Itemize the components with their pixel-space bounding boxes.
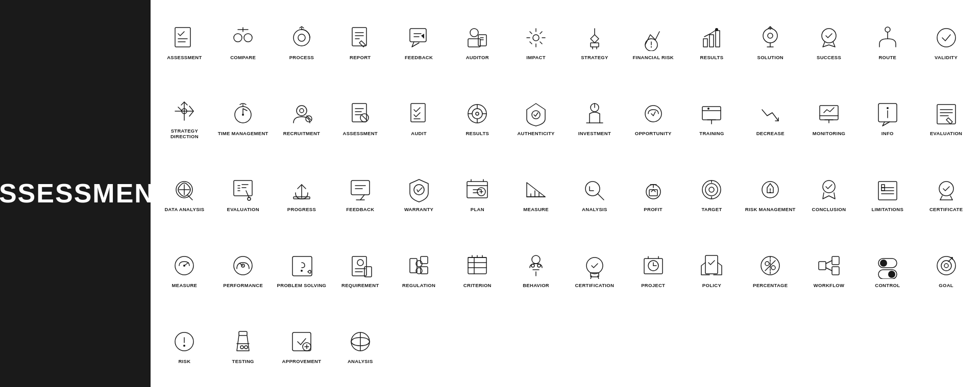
icon-cell-strategy-direction: STRATEGY DIRECTION (156, 80, 213, 155)
certificate-label: CERTIFICATE (929, 207, 963, 212)
regulation-icon (404, 250, 434, 281)
behavior-label: BEHAVIOR (523, 282, 549, 288)
criterion-icon (462, 250, 493, 281)
analysis-label: ANALYSIS (582, 207, 607, 212)
svg-rect-200 (819, 262, 826, 270)
measure2-icon (169, 250, 200, 281)
icon-cell-goal: GOAL (917, 232, 975, 307)
icon-cell-profit: PROFIT (624, 156, 682, 231)
risk-management-icon (755, 174, 786, 205)
svg-line-64 (362, 116, 366, 120)
svg-rect-78 (702, 107, 721, 120)
investment-icon (579, 98, 610, 129)
icon-cell-auditor: AUDITOR (449, 4, 506, 79)
svg-point-112 (414, 185, 424, 195)
svg-rect-219 (292, 332, 311, 351)
report-icon (345, 22, 376, 53)
conclusion-icon (814, 174, 844, 205)
icon-cell-conclusion: CONCLUSION (800, 156, 858, 231)
icon-cell-problem-solving: PROBLEM SOLVING (273, 232, 331, 307)
feedback2-label: FEEDBACK (346, 207, 374, 212)
policy-icon (696, 250, 727, 281)
strategy-direction-label: STRATEGY DIRECTION (157, 128, 212, 140)
svg-point-55 (297, 106, 307, 116)
control-icon (872, 250, 903, 281)
svg-rect-149 (881, 185, 885, 188)
icon-cell-evaluation: EVALUATION (917, 80, 975, 155)
svg-point-198 (765, 262, 769, 266)
requirement-label: REQUIREMENT (341, 282, 379, 288)
icon-cell-results2: RESULTS (449, 80, 506, 155)
workflow-label: WORKFLOW (814, 282, 844, 288)
results-icon (696, 22, 727, 53)
icon-cell-solution: SOLUTION (742, 4, 799, 79)
route-label: ROUTE (878, 55, 896, 60)
investment-label: INVESTMENT (578, 131, 611, 136)
icon-cell-investment: INVESTMENT (566, 80, 623, 155)
icon-cell-strategy: STRATEGY (566, 4, 623, 79)
icon-cell-assessment2: ASSESSMENT (331, 80, 389, 155)
svg-line-27 (530, 32, 532, 34)
percentage-label: PERCENTAGE (753, 282, 788, 288)
results-label: RESULTS (700, 55, 724, 60)
plan-icon (462, 174, 493, 205)
evaluation2-icon (228, 174, 258, 205)
svg-point-151 (939, 182, 953, 196)
measure2-label: MEASURE (172, 282, 198, 288)
svg-point-17 (470, 29, 478, 37)
icon-cell-evaluation2: EVALUATION (214, 156, 272, 231)
svg-point-41 (763, 29, 777, 43)
svg-rect-202 (832, 267, 839, 275)
svg-rect-38 (709, 35, 714, 47)
svg-rect-90 (937, 105, 955, 124)
recruitment-label: RECRUITMENT (283, 131, 320, 136)
evaluation-label: EVALUATION (930, 131, 962, 136)
icon-cell-measure: MEASURE (507, 156, 565, 231)
title-block: ASSESSMENT (0, 0, 151, 387)
testing-icon (228, 326, 258, 357)
certification-icon (579, 250, 610, 281)
time-management-label: TIME MANAGEMENT (218, 131, 268, 136)
icon-cell-success: SUCCESS (800, 4, 858, 79)
icon-cell-risk-management: RISK MANAGEMENT (742, 156, 799, 231)
icon-cell-route: ROUTE (859, 4, 916, 79)
goal-label: GOAL (939, 282, 953, 288)
icons-grid: ASSESSMENTCOMPAREPROCESSREPORTFEEDBACKAU… (151, 0, 980, 387)
data-analysis-label: DATA ANALYSIS (164, 207, 204, 212)
process-icon (286, 22, 317, 53)
svg-rect-150 (881, 188, 885, 191)
assessment-label: ASSESSMENT (167, 55, 202, 60)
measure-icon (521, 174, 551, 205)
data-analysis-icon (169, 174, 200, 205)
strategy-icon (579, 22, 610, 53)
measure-label: MEASURE (523, 207, 549, 212)
icon-cell-requirement: REQUIREMENT (331, 232, 389, 307)
profit-icon (638, 174, 669, 205)
assessment-icon (169, 22, 200, 53)
audit-icon (404, 98, 434, 129)
icon-cell-opportunity: OPPORTUNITY (624, 80, 682, 155)
impact-label: IMPACT (526, 55, 546, 60)
svg-point-157 (183, 265, 185, 267)
icon-cell-data-analysis: DATA ANALYSIS (156, 156, 213, 231)
testing-label: TESTING (232, 358, 254, 364)
assessment2-label: ASSESSMENT (343, 131, 378, 136)
icon-cell-compare: COMPARE (214, 4, 272, 79)
impact-icon (521, 22, 551, 53)
icon-cell-monitoring: MONITORING (800, 80, 858, 155)
financial-risk-icon (638, 22, 669, 53)
solution-label: SOLUTION (757, 55, 783, 60)
svg-rect-107 (351, 180, 370, 195)
risk-icon (169, 326, 200, 357)
success-label: SUCCESS (817, 55, 841, 60)
icon-cell-analysis: ANALYSIS (566, 156, 623, 231)
strategy-label: STRATEGY (581, 55, 608, 60)
svg-point-89 (887, 107, 889, 109)
icon-cell-feedback2: FEEDBACK (331, 156, 389, 231)
evaluation2-label: EVALUATION (227, 207, 259, 212)
icon-cell-regulation: REGULATION (390, 232, 448, 307)
route-icon (872, 22, 903, 53)
svg-point-182 (531, 264, 534, 267)
authenticity-label: AUTHENTICITY (517, 131, 554, 136)
svg-line-30 (530, 42, 532, 44)
